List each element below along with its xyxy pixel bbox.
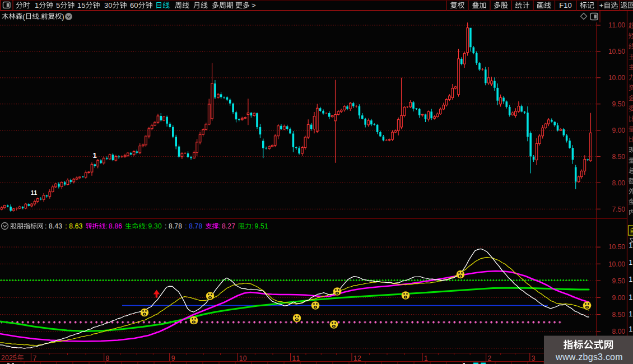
svg-text:11: 11 [31, 190, 38, 196]
svg-text:8.86: 8.86 [109, 222, 122, 230]
svg-text:1: 1 [629, 259, 633, 267]
svg-text::8.78: :8.78 [185, 222, 202, 230]
svg-text:1: 1 [629, 276, 633, 283]
svg-text:10: 10 [239, 354, 247, 362]
svg-text::: : [252, 222, 253, 230]
svg-text:9.30: 9.30 [148, 222, 162, 230]
svg-text:9.00: 9.00 [612, 294, 626, 302]
svg-text:8.27: 8.27 [222, 222, 235, 230]
svg-text:8: 8 [106, 354, 110, 362]
svg-text:5: 5 [56, 1, 60, 10]
svg-text:11: 11 [292, 354, 300, 362]
svg-text:11.00: 11.00 [608, 21, 625, 29]
svg-text:12: 12 [353, 354, 361, 362]
svg-text:1: 1 [35, 1, 39, 10]
svg-text:3: 3 [532, 354, 536, 362]
svg-text::8.78: :8.78 [165, 222, 182, 230]
svg-text::8.63: :8.63 [65, 222, 82, 230]
svg-text:1: 1 [629, 310, 633, 318]
svg-text:7.50: 7.50 [612, 206, 626, 213]
svg-text:(: ( [23, 13, 25, 21]
svg-text:www.zbgs3.com: www.zbgs3.com [555, 352, 623, 362]
svg-text:8.50: 8.50 [612, 311, 626, 319]
svg-text:2: 2 [488, 354, 492, 362]
svg-text:10.50: 10.50 [608, 48, 625, 55]
svg-text::: : [145, 222, 147, 230]
svg-text:9.51: 9.51 [255, 222, 268, 230]
svg-text::8.43: :8.43 [45, 222, 62, 230]
svg-text:9.50: 9.50 [612, 277, 626, 285]
svg-text:1: 1 [629, 325, 633, 333]
svg-text:10.00: 10.00 [608, 260, 625, 268]
svg-text:): ) [62, 13, 64, 21]
svg-text:.: . [39, 13, 41, 21]
svg-text:10.50: 10.50 [608, 243, 625, 251]
svg-text:2025: 2025 [1, 354, 17, 362]
svg-text::: : [106, 222, 108, 230]
svg-text:+: + [599, 1, 604, 10]
svg-text:F10: F10 [559, 1, 571, 10]
svg-text:15: 15 [77, 1, 85, 10]
svg-text:1: 1 [629, 241, 633, 249]
svg-text:1: 1 [629, 293, 633, 301]
svg-text::: : [219, 222, 221, 230]
svg-text:9.50: 9.50 [612, 100, 626, 108]
svg-text:60: 60 [130, 1, 138, 10]
svg-text:10.00: 10.00 [608, 74, 625, 82]
svg-text:1: 1 [424, 354, 428, 362]
svg-text:>: > [252, 1, 256, 10]
svg-text:9.00: 9.00 [612, 127, 626, 134]
svg-text:1: 1 [93, 151, 97, 160]
svg-text:9: 9 [171, 354, 175, 362]
svg-text:8.00: 8.00 [612, 328, 626, 335]
svg-text:30: 30 [104, 1, 112, 10]
svg-text:8.00: 8.00 [612, 179, 626, 187]
svg-text:8.50: 8.50 [612, 153, 626, 161]
svg-text:7: 7 [33, 354, 37, 362]
